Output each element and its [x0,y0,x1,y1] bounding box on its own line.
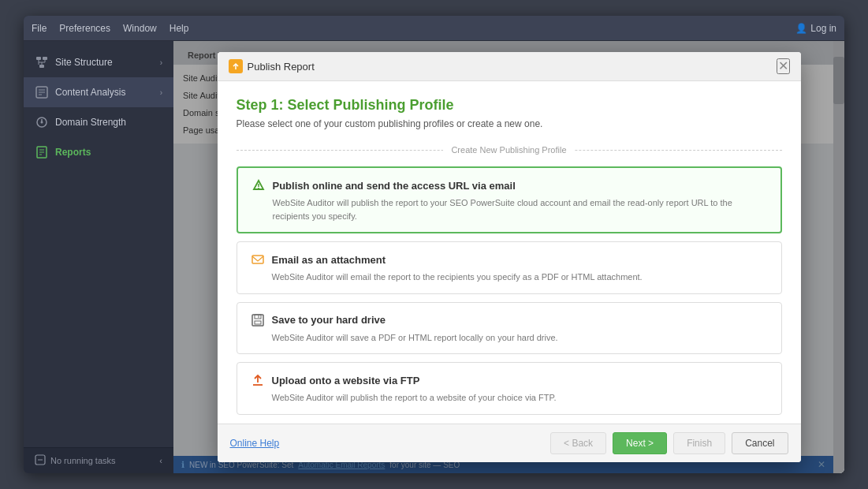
save-icon [250,312,266,328]
sidebar: Site Structure › Content Analysis › [24,41,173,473]
domain-strength-icon [35,115,49,129]
modal-body: Step 1: Select Publishing Profile Please… [218,81,801,424]
option-upload-ftp[interactable]: Upload onto a website via FTP WebSite Au… [237,362,782,415]
upload-ftp-icon [250,372,266,388]
section-divider-label: Create New Publishing Profile [443,145,574,155]
step-title: Step 1: Select Publishing Profile [237,97,782,114]
option-email-desc: WebSite Auditor will email the report to… [250,271,769,284]
sidebar-label-site-structure: Site Structure [55,57,113,68]
sidebar-label-reports: Reports [55,147,91,158]
option-save-desc: WebSite Auditor will save a PDF or HTML … [250,331,769,345]
chevron-icon-content-analysis: › [160,88,162,97]
option-publish-online-header: Publish online and send the access URL v… [251,177,768,193]
sidebar-label-domain-strength: Domain Strength [55,117,126,128]
no-running-tasks-label: No running tasks [50,456,116,465]
sidebar-bottom-bar: No running tasks ‹ [24,447,173,473]
svg-rect-28 [255,321,261,324]
email-icon [250,252,266,267]
svg-point-13 [41,121,43,124]
option-save-title: Save to your hard drive [272,314,386,326]
menu-help[interactable]: Help [170,23,189,34]
user-icon: 👤 [795,23,807,34]
publish-report-modal: Publish Report ✕ Step 1: Select Publishi… [218,52,801,462]
modal-footer: Online Help < Back Next > Finish Cancel [218,424,801,462]
option-publish-online[interactable]: Publish online and send the access URL v… [237,166,782,233]
sidebar-item-site-structure[interactable]: Site Structure › [24,47,173,77]
sidebar-item-reports[interactable]: Reports [24,137,173,167]
content-analysis-icon [35,85,49,99]
menu-file[interactable]: File [32,23,47,34]
chevron-icon-site-structure: › [160,58,162,67]
option-ftp-header: Upload onto a website via FTP [250,372,769,388]
login-button[interactable]: 👤 Log in [795,23,836,34]
option-email-attachment[interactable]: Email as an attachment WebSite Auditor w… [237,241,782,294]
option-publish-online-desc: WebSite Auditor will publish the report … [251,196,768,222]
modal-title-text: Publish Report [248,61,315,73]
svg-rect-2 [39,65,44,68]
reports-icon [35,145,49,159]
sidebar-item-content-analysis[interactable]: Content Analysis › [24,77,173,107]
menu-window[interactable]: Window [123,23,157,34]
publish-online-icon [251,177,266,193]
sidebar-collapse-btn[interactable]: ‹ [159,456,162,465]
modal-close-button[interactable]: ✕ [777,58,790,74]
main-layout: Site Structure › Content Analysis › [24,41,844,473]
next-button[interactable]: Next > [613,432,667,454]
option-ftp-desc: WebSite Auditor will publish the report … [250,391,769,405]
option-save-hard-drive[interactable]: Save to your hard drive WebSite Auditor … [237,302,782,355]
site-structure-icon [35,55,49,69]
online-help-link[interactable]: Online Help [230,438,280,449]
step-subtitle: Please select one of your custom publish… [237,118,782,129]
cancel-button[interactable]: Cancel [732,432,788,454]
tasks-icon [35,454,46,467]
modal-title-icon [229,59,243,73]
content-area: Report Te... Site Audit... Site Audit...… [173,41,844,473]
svg-rect-0 [36,57,41,60]
option-save-header: Save to your hard drive [250,312,769,328]
sidebar-item-domain-strength[interactable]: Domain Strength [24,107,173,137]
svg-rect-25 [252,256,263,263]
menu-bar: File Preferences Window Help 👤 Log in [24,16,844,41]
app-window: File Preferences Window Help 👤 Log in [24,16,844,473]
option-email-title: Email as an attachment [272,254,386,266]
option-publish-online-title: Publish online and send the access URL v… [273,180,516,192]
svg-rect-1 [43,57,47,60]
finish-button[interactable]: Finish [673,432,725,454]
sidebar-label-content-analysis: Content Analysis [55,87,125,98]
back-button[interactable]: < Back [550,432,606,454]
svg-point-24 [258,188,259,189]
menu-preferences[interactable]: Preferences [59,23,110,34]
option-ftp-title: Upload onto a website via FTP [272,375,420,386]
modal-titlebar: Publish Report ✕ [218,52,801,81]
modal-overlay: Publish Report ✕ Step 1: Select Publishi… [173,41,844,473]
option-email-header: Email as an attachment [250,252,769,267]
